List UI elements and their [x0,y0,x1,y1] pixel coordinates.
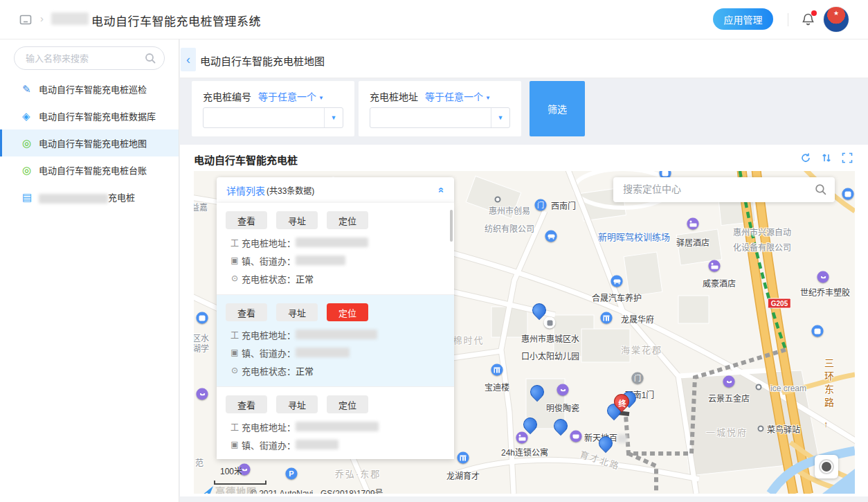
sort-icon[interactable] [821,152,832,163]
collapse-icon[interactable]: « [436,187,446,192]
map-label: 驿居酒店 [676,236,709,248]
map-poi-cart-icon [570,431,582,442]
map-poi-smile-icon [723,376,735,388]
map-poi-bag-icon [544,317,556,329]
redacted-value [296,440,338,449]
bell-icon[interactable] [801,12,816,27]
map-label: 惠州市创易 [489,204,530,216]
filter-label: 充电桩编号 [203,91,251,102]
search-icon[interactable] [815,183,826,198]
locate-icon [819,459,834,474]
item-button[interactable]: 寻址 [276,395,318,413]
fullscreen-icon[interactable] [842,152,853,163]
map-label: 世纪乔丰塑胶 [800,286,850,298]
map-poi-dot-icon [758,426,764,432]
search-icon[interactable] [145,53,156,66]
map-poi-hotel-icon [709,260,721,272]
ring-icon: ◎ [22,165,33,175]
avatar[interactable]: ★ [824,7,849,32]
map-label: 威豪酒店 [703,277,736,289]
chevron-left-icon: ‹ [186,53,190,67]
map-label: 菜鸟驿站 [767,423,800,435]
map-poi-dot-icon [495,197,501,203]
doc-icon: ▤ [22,192,33,202]
filter-label: 充电桩地址 [370,91,418,102]
redacted-value [296,348,350,357]
map-label: 棉时代 [453,333,484,346]
address-icon: 工 [229,421,240,433]
ring-icon: ◎ [22,138,33,148]
map-label: 云景五金店 [708,392,750,404]
chevron-down-icon[interactable]: ▼ [253,16,260,23]
item-button[interactable]: 查看 [226,303,267,321]
row-value: 正常 [296,272,314,285]
detail-list-count: (共33条数据) [266,184,314,196]
detail-row: 工充电桩地址： [226,233,454,251]
sidebar-item-4[interactable]: ▤充电桩 [0,183,179,210]
redacted-value [296,256,345,265]
sidebar-item-label: 充电桩 [39,190,135,204]
sidebar-item-1[interactable]: ◈电动自行车智能充电桩数据库 [0,102,179,129]
map-label: 益嘉 [194,201,208,213]
locate-button[interactable] [815,455,838,478]
filter-operator-dropdown[interactable]: 等于任意一个▼ [425,91,491,102]
detail-row: 工充电桩地址： [226,325,454,343]
map-label: 西南门 [551,199,576,211]
row-label: 充电桩地址： [242,328,296,341]
chevron-down-icon[interactable]: ▼ [491,108,509,127]
app-title: 电动自行车智能充电桩管理系统 [91,12,261,29]
refresh-icon[interactable] [800,152,811,163]
map-panel-title: 电动自行车智能充电桩 [194,152,298,167]
sidebar-search-input[interactable] [26,47,142,69]
map-poi-smile-icon [557,384,569,396]
sidebar-item-2[interactable]: ◎电动自行车智能充电桩地图 [0,129,179,156]
map-poi-bus-icon [197,312,208,324]
filter-submit-button[interactable]: 筛选 [530,81,585,136]
row-label: 充电桩地址： [242,420,296,433]
detail-item-0: 查看寻址定位工充电桩地址：▣镇、街道办：⊙充电桩状态：正常 [217,203,454,294]
sidebar-item-label: 电动自行车智能充电桩台账 [39,163,147,177]
street-icon: ▣ [229,256,240,265]
panel-toolbar [800,152,853,163]
status-icon: ⊙ [229,274,240,283]
map-label: ↑ [824,420,828,429]
map-label: ice cream [770,384,806,393]
notification-dot [811,10,817,16]
chevron-down-icon: ▼ [318,95,324,101]
filter-value-combobox[interactable]: ▼ [370,107,510,128]
row-value: 正常 [296,364,314,377]
map[interactable]: 门门P益嘉惠州市创易纺织有限公司西南门新明晖驾校训练场驿居酒店惠州市兴源自动化设… [194,171,855,494]
map-label: 宝迪楼 [485,381,509,393]
sidebar-item-3[interactable]: ◎电动自行车智能充电桩台账 [0,156,179,183]
item-button[interactable]: 查看 [226,395,267,413]
map-search-input[interactable] [623,178,803,200]
map-label: 惠州市兴源自动 [733,226,791,237]
item-button[interactable]: 寻址 [276,211,318,229]
detail-list-panel: 详情列表 (共33条数据) « 查看寻址定位工充电桩地址：▣镇、街道办：⊙充电桩… [217,177,454,459]
scrollbar-thumb[interactable] [450,210,453,242]
item-button[interactable]: 定位 [327,303,368,321]
map-poi-smile-icon [817,271,829,283]
sidebar-item-0[interactable]: ✎电动自行车智能充电桩巡检 [0,75,179,102]
filter-operator-dropdown[interactable]: 等于任意一个▼ [258,91,324,102]
chevron-down-icon[interactable]: ▼ [324,108,343,127]
sidebar: ✎电动自行车智能充电桩巡检◈电动自行车智能充电桩数据库◎电动自行车智能充电桩地图… [0,39,179,502]
sidebar-item-label: 电动自行车智能充电桩地图 [39,136,147,150]
breadcrumb-chevron: › [40,12,44,24]
window-icon[interactable] [19,14,32,29]
back-button[interactable]: ‹ [181,48,196,71]
filter-card-0: 充电桩编号等于任意一个▼▼ [192,81,354,136]
filter-value-combobox[interactable]: ▼ [203,107,343,128]
map-poi-car-icon [545,231,557,242]
item-button[interactable]: 寻址 [276,303,318,321]
detail-list-body: 查看寻址定位工充电桩地址：▣镇、街道办：⊙充电桩状态：正常查看寻址定位工充电桩地… [217,203,454,459]
item-button[interactable]: 定位 [327,395,368,413]
map-label: 新明晖驾校训练场 [598,230,670,243]
detail-row: ⊙充电桩状态：正常 [226,269,454,287]
app-manage-button[interactable]: 应用管理 [713,8,773,30]
map-poi-building-icon [601,312,613,324]
main-content: ‹ 电动自行车智能充电桩地图 充电桩编号等于任意一个▼▼充电桩地址等于任意一个▼… [180,39,868,502]
detail-row: ⊙充电桩状态：正常 [226,361,454,379]
item-button[interactable]: 查看 [226,211,267,229]
item-button[interactable]: 定位 [327,211,368,229]
